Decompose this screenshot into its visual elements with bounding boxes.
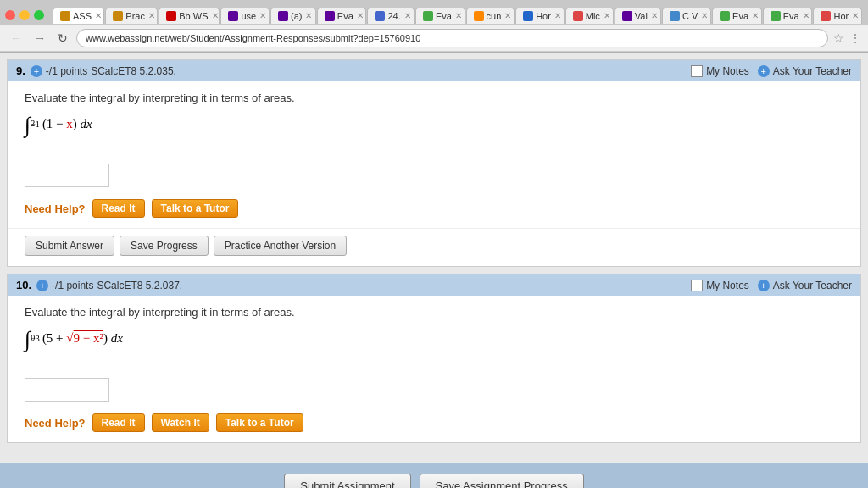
tab-eva3[interactable]: Eva ✕ [712, 8, 762, 24]
tab-24[interactable]: 24. ✕ [367, 8, 414, 24]
practice-another-button-9[interactable]: Practice Another Version [214, 236, 347, 256]
watch-it-button-10[interactable]: Watch It [152, 413, 209, 432]
tab-favicon [670, 11, 680, 21]
ask-teacher-label-10[interactable]: Ask Your Teacher [773, 280, 852, 291]
tab-hor1[interactable]: Hor ✕ [515, 8, 565, 24]
ask-teacher-icon-10: + [758, 280, 770, 291]
tab-favicon [523, 11, 533, 21]
tab-close-icon[interactable]: ✕ [554, 11, 561, 20]
question-9-actions: Submit Answer Save Progress Practice Ano… [8, 228, 860, 266]
tab-favicon [573, 11, 583, 21]
question-9-text: Evaluate the integral by interpreting it… [25, 92, 843, 104]
tab-close-icon[interactable]: ✕ [148, 11, 155, 20]
submit-assignment-button[interactable]: Submit Assignment [284, 474, 410, 488]
tab-favicon [375, 11, 385, 21]
navigation-bar: ← → ↻ ☆ ⋮ [0, 25, 868, 52]
my-notes-checkbox-9[interactable] [691, 65, 703, 77]
close-button[interactable] [5, 10, 15, 20]
tab-val[interactable]: Val ✕ [615, 8, 661, 24]
question-9-points: -/1 points [46, 65, 87, 77]
question-10-points: -/1 points [52, 280, 93, 291]
question-10-header-right: My Notes + Ask Your Teacher [691, 280, 852, 291]
question-9-ask-teacher: + Ask Your Teacher [758, 65, 852, 77]
question-9-my-notes: My Notes [691, 65, 749, 77]
question-10-need-help: Need Help? Read It Watch It Talk to a Tu… [25, 413, 843, 432]
tab-close-icon[interactable]: ✕ [803, 11, 810, 20]
window-controls [5, 10, 44, 20]
question-10-points-badge: + -/1 points SCalcET8 5.2.037. [36, 280, 182, 291]
bookmark-icon[interactable]: ☆ [833, 31, 844, 45]
refresh-button[interactable]: ↻ [54, 30, 71, 47]
tab-close-icon[interactable]: ✕ [212, 11, 219, 20]
settings-icon[interactable]: ⋮ [849, 31, 861, 45]
tab-close-icon[interactable]: ✕ [604, 11, 610, 20]
question-10-my-notes: My Notes [691, 280, 749, 291]
tab-hor2[interactable]: Hor ✕ [813, 8, 862, 24]
tab-a[interactable]: (a) ✕ [270, 8, 316, 24]
page-footer: Submit Assignment Save Assignment Progre… [0, 463, 868, 488]
tab-favicon [60, 11, 70, 21]
tab-favicon [278, 11, 288, 21]
save-assignment-progress-button[interactable]: Save Assignment Progress [420, 474, 584, 488]
question-9-points-badge: + -/1 points SCalcET8 5.2.035. [31, 65, 176, 77]
tab-bb[interactable]: Bb WS ✕ [159, 8, 220, 24]
tab-cv[interactable]: C V ✕ [662, 8, 711, 24]
tab-eva2[interactable]: Eva ✕ [415, 8, 465, 24]
need-help-label-9: Need Help? [25, 202, 86, 215]
tab-label: Hor [833, 11, 849, 21]
my-notes-checkbox-10[interactable] [691, 280, 703, 291]
tab-ass[interactable]: ASS ✕ [53, 8, 104, 24]
question-9-answer-input[interactable] [25, 164, 109, 187]
tab-close-icon[interactable]: ✕ [95, 11, 102, 20]
question-9-body: Evaluate the integral by interpreting it… [8, 81, 860, 228]
minimize-button[interactable] [19, 10, 30, 20]
tab-label: ASS [73, 11, 92, 21]
tab-label: Bb WS [179, 11, 208, 21]
browser-chrome: ASS ✕ Prac ✕ Bb WS ✕ use ✕ (a) ✕ Eva ✕ [0, 0, 868, 53]
question-9-number: 9. [16, 64, 25, 77]
tab-eva4[interactable]: Eva ✕ [763, 8, 813, 24]
submit-answer-button-9[interactable]: Submit Answer [25, 236, 114, 256]
question-10-header: 10. + -/1 points SCalcET8 5.2.037. My No… [8, 274, 860, 296]
question-10-body: Evaluate the integral by interpreting it… [8, 296, 860, 442]
tab-favicon [113, 11, 123, 21]
question-10-number: 10. [16, 279, 31, 291]
question-9-formula: ∫2−1 (1 − x) dx [25, 113, 843, 138]
plus-circle-icon: + [31, 65, 42, 77]
tab-eva1[interactable]: Eva ✕ [317, 8, 367, 24]
tab-close-icon[interactable]: ✕ [701, 11, 708, 20]
tab-close-icon[interactable]: ✕ [651, 11, 658, 20]
question-10-answer-input[interactable] [25, 378, 109, 402]
ask-teacher-label-9[interactable]: Ask Your Teacher [773, 65, 852, 77]
talk-to-tutor-button-10[interactable]: Talk to a Tutor [216, 413, 303, 432]
tab-favicon [771, 11, 781, 21]
tab-use[interactable]: use ✕ [220, 8, 270, 24]
tab-close-icon[interactable]: ✕ [852, 11, 859, 20]
tab-label: 24. [387, 11, 400, 21]
tab-close-icon[interactable]: ✕ [357, 11, 364, 20]
tab-label: (a) [291, 11, 302, 21]
tab-favicon [474, 11, 484, 21]
tab-close-icon[interactable]: ✕ [259, 11, 266, 20]
tab-close-icon[interactable]: ✕ [752, 11, 759, 20]
back-button[interactable]: ← [7, 30, 25, 47]
tab-favicon [821, 11, 831, 21]
question-9-header: 9. + -/1 points SCalcET8 5.2.035. My Not… [8, 60, 860, 81]
tab-prac[interactable]: Prac ✕ [105, 8, 158, 24]
tab-close-icon[interactable]: ✕ [455, 11, 462, 20]
tab-mic[interactable]: Mic ✕ [565, 8, 614, 24]
tab-close-icon[interactable]: ✕ [504, 11, 511, 20]
forward-button[interactable]: → [31, 30, 49, 47]
read-it-button-10[interactable]: Read It [92, 413, 145, 432]
tab-close-icon[interactable]: ✕ [404, 11, 411, 20]
tab-close-icon[interactable]: ✕ [305, 11, 312, 20]
question-10-formula: ∫0−3 (5 + √9 − x²) dx [25, 327, 843, 352]
read-it-button-9[interactable]: Read It [92, 199, 145, 218]
tab-label: cun [487, 11, 502, 21]
page-content: 9. + -/1 points SCalcET8 5.2.035. My Not… [0, 53, 868, 457]
tab-cun[interactable]: cun ✕ [466, 8, 515, 24]
maximize-button[interactable] [34, 10, 44, 20]
save-progress-button-9[interactable]: Save Progress [120, 236, 209, 256]
talk-to-tutor-button-9[interactable]: Talk to a Tutor [152, 199, 239, 218]
address-bar[interactable] [76, 29, 828, 47]
